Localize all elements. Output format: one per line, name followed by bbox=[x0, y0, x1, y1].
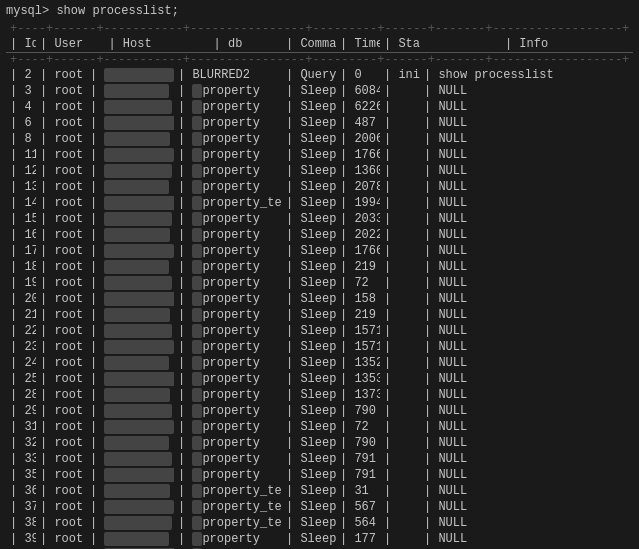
col-host: | Host bbox=[86, 36, 174, 53]
cell-state: | bbox=[380, 115, 420, 131]
cell-time: | 1360 bbox=[336, 163, 380, 179]
cell-time: | 72 bbox=[336, 419, 380, 435]
cell-db: | property bbox=[174, 259, 282, 275]
cell-host: | bbox=[86, 467, 174, 483]
cell-id: | 29 bbox=[6, 403, 36, 419]
cell-id: | 17 bbox=[6, 243, 36, 259]
cell-time: | 1766 bbox=[336, 147, 380, 163]
cell-time: | 567 bbox=[336, 499, 380, 515]
table-row: | 20 | root | | property | Sleep | 158 |… bbox=[6, 291, 633, 307]
cell-user: | root bbox=[36, 179, 86, 195]
terminal: mysql> show processlist; +----+------+--… bbox=[0, 0, 639, 549]
cell-user: | root bbox=[36, 131, 86, 147]
cell-db: | property_test bbox=[174, 515, 282, 531]
cell-user: | root bbox=[36, 419, 86, 435]
cell-user: | root bbox=[36, 371, 86, 387]
cell-host: | bbox=[86, 419, 174, 435]
cell-command: | Sleep bbox=[282, 339, 336, 355]
cell-db: | property_test bbox=[174, 483, 282, 499]
cell-host: | bbox=[86, 435, 174, 451]
cell-user: | root bbox=[36, 403, 86, 419]
cell-db: | property bbox=[174, 339, 282, 355]
table-row: | 29 | root | | property | Sleep | 790 |… bbox=[6, 403, 633, 419]
cell-info: | show processlist bbox=[420, 67, 633, 83]
cell-info: | NULL bbox=[420, 131, 633, 147]
cell-info: | NULL bbox=[420, 195, 633, 211]
cell-time: | 2078 bbox=[336, 179, 380, 195]
cell-command: | Sleep bbox=[282, 451, 336, 467]
cell-host: | bbox=[86, 179, 174, 195]
table-row: | 33 | root | | property | Sleep | 791 |… bbox=[6, 451, 633, 467]
table-row: | 24 | root | | property | Sleep | 1352 … bbox=[6, 355, 633, 371]
cell-info: | NULL bbox=[420, 451, 633, 467]
cell-db: | property_test bbox=[174, 499, 282, 515]
cell-info: | NULL bbox=[420, 515, 633, 531]
cell-state: | bbox=[380, 147, 420, 163]
cell-id: | 14 bbox=[6, 195, 36, 211]
cell-host: | bbox=[86, 259, 174, 275]
cell-time: | 1994 bbox=[336, 195, 380, 211]
cell-user: | root bbox=[36, 147, 86, 163]
cell-db: | BLURRED2 bbox=[174, 67, 282, 83]
cell-info: | NULL bbox=[420, 435, 633, 451]
cell-info: | NULL bbox=[420, 531, 633, 547]
cell-time: | 72 bbox=[336, 275, 380, 291]
cell-id: | 39 bbox=[6, 531, 36, 547]
cell-id: | 2 bbox=[6, 67, 36, 83]
cell-state: | bbox=[380, 275, 420, 291]
cell-id: | 21 bbox=[6, 307, 36, 323]
cell-db: | property bbox=[174, 115, 282, 131]
cell-state: | bbox=[380, 467, 420, 483]
table-row: | 18 | root | | property | Sleep | 219 |… bbox=[6, 259, 633, 275]
cell-time: | 790 bbox=[336, 435, 380, 451]
cell-info: | NULL bbox=[420, 115, 633, 131]
cell-user: | root bbox=[36, 99, 86, 115]
cell-command: | Sleep bbox=[282, 291, 336, 307]
cell-db: | property bbox=[174, 179, 282, 195]
cell-host: | bbox=[86, 307, 174, 323]
cell-user: | root bbox=[36, 115, 86, 131]
cell-time: | 2033 bbox=[336, 211, 380, 227]
cell-info: | NULL bbox=[420, 227, 633, 243]
cell-info: | NULL bbox=[420, 211, 633, 227]
col-db: | db bbox=[174, 36, 282, 53]
cell-time: | 6084 bbox=[336, 83, 380, 99]
cell-id: | 18 bbox=[6, 259, 36, 275]
cell-state: | bbox=[380, 387, 420, 403]
table-row: | 39 | root | | property | Sleep | 177 |… bbox=[6, 531, 633, 547]
cell-db: | property bbox=[174, 147, 282, 163]
cell-db: | property bbox=[174, 323, 282, 339]
cell-id: | 16 bbox=[6, 227, 36, 243]
table-row: | 32 | root | | property | Sleep | 790 |… bbox=[6, 435, 633, 451]
cell-user: | root bbox=[36, 467, 86, 483]
cell-time: | 1766 bbox=[336, 243, 380, 259]
cell-state: | bbox=[380, 307, 420, 323]
cell-command: | Sleep bbox=[282, 371, 336, 387]
cell-time: | 0 bbox=[336, 67, 380, 83]
cell-info: | NULL bbox=[420, 307, 633, 323]
table-row: | 2 | root | | BLURRED2 | Query | 0 | in… bbox=[6, 67, 633, 83]
top-separator: +----+------+-----------+---------------… bbox=[6, 22, 633, 36]
cell-id: | 8 bbox=[6, 131, 36, 147]
cell-state: | bbox=[380, 499, 420, 515]
cell-user: | root bbox=[36, 307, 86, 323]
table-row: | 14 | root | | property_test | Sleep | … bbox=[6, 195, 633, 211]
cell-db: | property bbox=[174, 227, 282, 243]
table-row: | 36 | root | | property_test | Sleep | … bbox=[6, 483, 633, 499]
cell-time: | 791 bbox=[336, 451, 380, 467]
col-command: | Command bbox=[282, 36, 336, 53]
cell-info: | NULL bbox=[420, 259, 633, 275]
cell-user: | root bbox=[36, 275, 86, 291]
cell-state: | bbox=[380, 483, 420, 499]
cell-time: | 1373 bbox=[336, 387, 380, 403]
cell-info: | NULL bbox=[420, 419, 633, 435]
cell-host: | bbox=[86, 195, 174, 211]
cell-time: | 1571 bbox=[336, 339, 380, 355]
cell-state: | bbox=[380, 259, 420, 275]
cell-host: | bbox=[86, 131, 174, 147]
cell-id: | 38 bbox=[6, 515, 36, 531]
cell-db: | property bbox=[174, 83, 282, 99]
cell-state: | init bbox=[380, 67, 420, 83]
cell-user: | root bbox=[36, 323, 86, 339]
cell-host: | bbox=[86, 323, 174, 339]
